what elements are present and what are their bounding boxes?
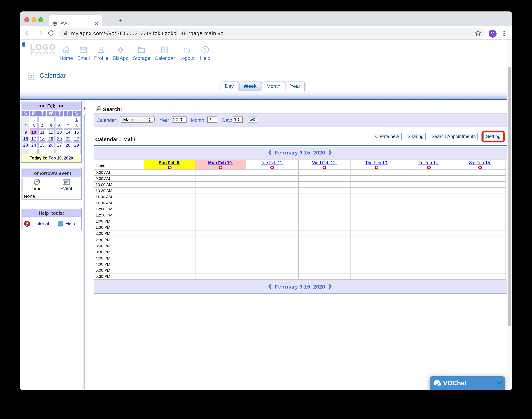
svg-text:?: ? [60, 222, 62, 226]
